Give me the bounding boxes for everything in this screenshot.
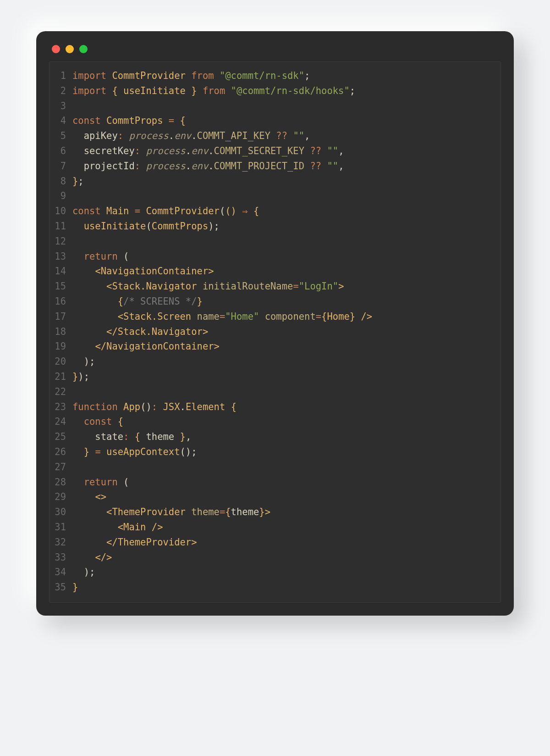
- line-content[interactable]: import { useInitiate } from "@commt/rn-s…: [72, 83, 500, 99]
- code-line[interactable]: 23function App(): JSX.Element {: [50, 400, 500, 415]
- line-content[interactable]: <ThemeProvider theme={theme}>: [72, 505, 500, 520]
- code-line[interactable]: 13 return (: [50, 249, 500, 264]
- code-line[interactable]: 20 );: [50, 354, 500, 369]
- line-number: 18: [50, 324, 72, 339]
- line-content[interactable]: import CommtProvider from "@commt/rn-sdk…: [72, 68, 500, 83]
- code-line[interactable]: 21});: [50, 369, 500, 384]
- token: function: [72, 401, 118, 412]
- line-content[interactable]: [72, 99, 500, 114]
- minimize-icon[interactable]: [66, 45, 74, 53]
- code-editor[interactable]: 1import CommtProvider from "@commt/rn-sd…: [49, 61, 501, 603]
- token: :: [135, 145, 140, 156]
- token: [129, 206, 134, 217]
- code-line[interactable]: 32 </ThemeProvider>: [50, 535, 500, 550]
- token: const: [72, 206, 101, 217]
- line-content[interactable]: </ThemeProvider>: [72, 535, 500, 550]
- maximize-icon[interactable]: [79, 45, 88, 53]
- code-line[interactable]: 15 <Stack.Navigator initialRouteName="Lo…: [50, 279, 500, 294]
- code-line[interactable]: 17 <Stack.Screen name="Home" component={…: [50, 309, 500, 324]
- code-line[interactable]: 22: [50, 384, 500, 400]
- token: [304, 145, 310, 156]
- line-content[interactable]: projectId: process.env.COMMT_PROJECT_ID …: [72, 159, 500, 174]
- code-line[interactable]: 4const CommtProps = {: [50, 113, 500, 128]
- token: return: [84, 251, 118, 262]
- token: "": [327, 145, 338, 156]
- line-content[interactable]: <NavigationContainer>: [72, 264, 500, 279]
- code-line[interactable]: 35}: [50, 580, 500, 595]
- code-line[interactable]: 18 </Stack.Navigator>: [50, 324, 500, 339]
- code-line[interactable]: 19 </NavigationContainer>: [50, 339, 500, 354]
- token: useInitiate: [84, 221, 146, 232]
- code-line[interactable]: 2import { useInitiate } from "@commt/rn-…: [50, 83, 500, 99]
- line-content[interactable]: <Stack.Navigator initialRouteName="LogIn…: [72, 279, 500, 294]
- line-content[interactable]: const Main = CommtProvider(() ⇒ {: [72, 204, 500, 219]
- code-line[interactable]: 27: [50, 460, 500, 475]
- code-line[interactable]: 24 const {: [50, 414, 500, 429]
- line-content[interactable]: [72, 460, 500, 475]
- token: [72, 446, 84, 457]
- line-content[interactable]: return (: [72, 475, 500, 490]
- line-content[interactable]: </NavigationContainer>: [72, 339, 500, 354]
- code-line[interactable]: 6 secretKey: process.env.COMMT_SECRET_KE…: [50, 144, 500, 159]
- token: );: [72, 567, 95, 578]
- code-line[interactable]: 30 <ThemeProvider theme={theme}>: [50, 505, 500, 520]
- token: =: [220, 311, 225, 322]
- line-content[interactable]: <Main />: [72, 520, 500, 535]
- line-content[interactable]: }: [72, 580, 500, 595]
- close-icon[interactable]: [52, 45, 60, 53]
- token: }: [350, 311, 355, 322]
- line-content[interactable]: [72, 234, 500, 249]
- code-line[interactable]: 8};: [50, 174, 500, 189]
- line-content[interactable]: useInitiate(CommtProps);: [72, 219, 500, 234]
- code-line[interactable]: 3: [50, 99, 500, 114]
- line-content[interactable]: );: [72, 565, 500, 580]
- token: .: [208, 145, 214, 156]
- code-line[interactable]: 26 } = useAppContext();: [50, 445, 500, 460]
- code-line[interactable]: 10const Main = CommtProvider(() ⇒ {: [50, 204, 500, 219]
- code-line[interactable]: 34 );: [50, 565, 500, 580]
- line-number: 23: [50, 400, 72, 415]
- token: =: [135, 206, 140, 217]
- token: }: [84, 446, 89, 457]
- line-content[interactable]: };: [72, 174, 500, 189]
- code-line[interactable]: 29 <>: [50, 489, 500, 505]
- code-line[interactable]: 12: [50, 234, 500, 249]
- token: [72, 491, 95, 502]
- line-number: 9: [50, 189, 72, 204]
- line-content[interactable]: return (: [72, 249, 500, 264]
- line-content[interactable]: <Stack.Screen name="Home" component={Hom…: [72, 309, 500, 324]
- code-line[interactable]: 14 <NavigationContainer>: [50, 264, 500, 279]
- line-content[interactable]: state: { theme },: [72, 429, 500, 445]
- line-content[interactable]: {/* SCREENS */}: [72, 294, 500, 309]
- line-content[interactable]: const CommtProps = {: [72, 113, 500, 128]
- token: </: [106, 537, 118, 548]
- token: ⇒: [242, 206, 248, 217]
- token: Home: [327, 311, 349, 322]
- line-content[interactable]: const {: [72, 414, 500, 429]
- code-line[interactable]: 31 <Main />: [50, 520, 500, 535]
- code-line[interactable]: 5 apiKey: process.env.COMMT_API_KEY ?? "…: [50, 128, 500, 144]
- code-line[interactable]: 7 projectId: process.env.COMMT_PROJECT_I…: [50, 159, 500, 174]
- line-content[interactable]: } = useAppContext();: [72, 445, 500, 460]
- code-line[interactable]: 16 {/* SCREENS */}: [50, 294, 500, 309]
- token: [72, 552, 95, 563]
- token: (: [146, 221, 151, 232]
- line-content[interactable]: );: [72, 354, 500, 369]
- line-content[interactable]: apiKey: process.env.COMMT_API_KEY ?? "",: [72, 128, 500, 144]
- code-line[interactable]: 33 </>: [50, 550, 500, 565]
- code-line[interactable]: 28 return (: [50, 475, 500, 490]
- line-content[interactable]: [72, 189, 500, 204]
- code-line[interactable]: 25 state: { theme },: [50, 429, 500, 445]
- line-content[interactable]: </Stack.Navigator>: [72, 324, 500, 339]
- code-line[interactable]: 11 useInitiate(CommtProps);: [50, 219, 500, 234]
- line-content[interactable]: </>: [72, 550, 500, 565]
- line-content[interactable]: [72, 384, 500, 400]
- line-content[interactable]: });: [72, 369, 500, 384]
- line-content[interactable]: secretKey: process.env.COMMT_SECRET_KEY …: [72, 144, 500, 159]
- token: >: [208, 266, 214, 277]
- code-line[interactable]: 1import CommtProvider from "@commt/rn-sd…: [50, 68, 500, 83]
- line-content[interactable]: <>: [72, 489, 500, 505]
- code-line[interactable]: 9: [50, 189, 500, 204]
- line-content[interactable]: function App(): JSX.Element {: [72, 400, 500, 415]
- token: const: [84, 416, 112, 427]
